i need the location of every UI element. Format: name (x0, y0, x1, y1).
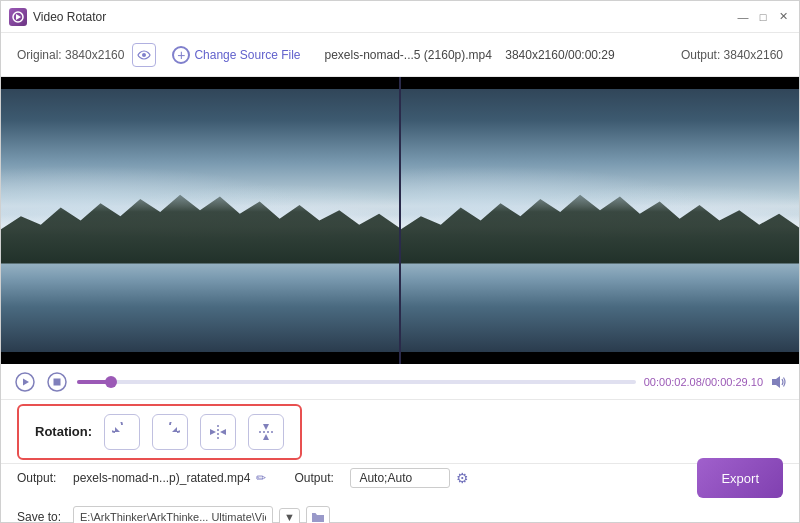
save-to-label: Save to: (17, 510, 67, 523)
svg-point-1 (142, 53, 146, 57)
svg-marker-14 (263, 434, 269, 440)
video-panel-output (399, 77, 799, 364)
settings-gear-icon[interactable]: ⚙ (456, 470, 469, 486)
close-button[interactable]: ✕ (775, 9, 791, 25)
output-info: Output: 3840x2160 (681, 48, 783, 62)
black-bar-bottom-right (401, 352, 799, 364)
output-filename: pexels-nomad-n...p)_ratated.mp4 (73, 471, 250, 485)
svg-marker-11 (220, 429, 226, 435)
save-path-row: Save to: ▼ (17, 506, 783, 523)
volume-icon[interactable] (771, 375, 787, 389)
export-button[interactable]: Export (697, 458, 783, 498)
play-button[interactable] (13, 370, 37, 394)
output-video-frame (401, 77, 799, 364)
app-icon (9, 8, 27, 26)
flip-horizontal-button[interactable] (200, 414, 236, 450)
svg-marker-10 (210, 429, 216, 435)
plus-icon: + (172, 46, 190, 64)
progress-bar[interactable] (77, 380, 636, 384)
rotation-label: Rotation: (35, 424, 92, 439)
output-settings-label: Output: (294, 471, 344, 485)
svg-marker-13 (263, 424, 269, 430)
rotate-right-button[interactable] (152, 414, 188, 450)
black-bar-bottom-left (1, 352, 399, 364)
flip-vertical-button[interactable] (248, 414, 284, 450)
change-source-label: Change Source File (194, 48, 300, 62)
title-bar: Video Rotator — □ ✕ (1, 1, 799, 33)
svg-marker-8 (172, 427, 177, 432)
black-bar-top-left (1, 77, 399, 89)
svg-rect-5 (54, 378, 61, 385)
file-details: 3840x2160/00:00:29 (505, 48, 614, 62)
output-bar: Output: pexels-nomad-n...p)_ratated.mp4 … (1, 464, 799, 522)
time-display: 00:00:02.08/00:00:29.10 (644, 376, 763, 388)
save-path-input[interactable] (73, 506, 273, 523)
change-source-button[interactable]: + Change Source File (164, 42, 308, 68)
original-video-frame (1, 77, 399, 364)
svg-marker-3 (23, 378, 29, 385)
edit-filename-icon[interactable]: ✏ (256, 471, 266, 485)
video-area (1, 77, 799, 364)
original-label: Original: 3840x2160 (17, 48, 124, 62)
output-label: Output: (17, 471, 67, 485)
title-bar-left: Video Rotator (9, 8, 735, 26)
black-bar-top-right (401, 77, 799, 89)
controls-bar: 00:00:02.08/00:00:29.10 (1, 364, 799, 400)
file-info: pexels-nomad-...5 (2160p).mp4 3840x2160/… (324, 48, 614, 62)
browse-dropdown-button[interactable]: ▼ (279, 508, 300, 523)
rotate-left-button[interactable] (104, 414, 140, 450)
svg-marker-6 (772, 376, 780, 388)
video-panel-original (1, 77, 399, 364)
preview-toggle-button[interactable] (132, 43, 156, 67)
top-bar: Original: 3840x2160 + Change Source File… (1, 33, 799, 77)
output-file-row: Output: pexels-nomad-n...p)_ratated.mp4 … (17, 458, 783, 498)
stop-button[interactable] (45, 370, 69, 394)
app-title: Video Rotator (33, 10, 106, 24)
main-window: Video Rotator — □ ✕ Original: 3840x2160 … (0, 0, 800, 523)
progress-thumb (105, 376, 117, 388)
window-controls: — □ ✕ (735, 9, 791, 25)
output-settings-value: Auto;Auto (350, 468, 450, 488)
file-name: pexels-nomad-...5 (2160p).mp4 (324, 48, 491, 62)
svg-marker-7 (115, 427, 120, 432)
maximize-button[interactable]: □ (755, 9, 771, 25)
rotation-section: Rotation: (1, 400, 799, 464)
open-folder-button[interactable] (306, 506, 330, 523)
rotation-box: Rotation: (17, 404, 302, 460)
minimize-button[interactable]: — (735, 9, 751, 25)
